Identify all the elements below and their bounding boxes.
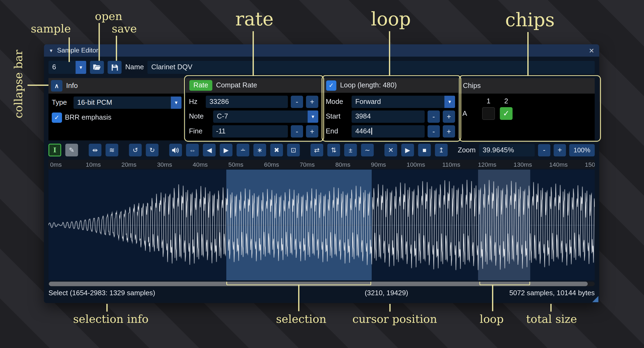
sample-editor-window: ▼ Sample Editor ✕ 6 ▼ xyxy=(44,44,599,303)
filter-button[interactable]: ∼ xyxy=(361,144,374,156)
note-value: C-7 xyxy=(213,110,308,123)
annotation-collapse-bar-label: collapse bar xyxy=(12,51,25,118)
fine-minus-button[interactable]: - xyxy=(291,125,303,138)
crossfade-button[interactable]: ✕ xyxy=(384,144,397,156)
annotation-open-label: open xyxy=(95,10,122,22)
delete-button[interactable]: ✖ xyxy=(270,144,283,156)
annotation-save-line xyxy=(116,36,117,61)
zoom-in-button[interactable]: + xyxy=(554,144,566,156)
loop-end-plus-button[interactable]: + xyxy=(443,125,455,138)
collapse-info-button[interactable]: ∧ xyxy=(51,80,62,91)
window-collapse-icon[interactable]: ▼ xyxy=(49,48,54,53)
annotation-selection-info-label: selection info xyxy=(73,313,149,325)
rate-title: Compat Rate xyxy=(216,81,257,89)
upload-button[interactable]: ↥ xyxy=(435,144,448,156)
sample-number-select[interactable]: 6 ▼ xyxy=(48,61,86,74)
annotation-selection-line xyxy=(298,284,299,311)
hz-input[interactable]: 33286 xyxy=(206,96,288,108)
timeline-label: 10ms xyxy=(86,161,101,168)
loop-enable-checkbox[interactable]: ✓ xyxy=(326,80,336,91)
edit-draw-icon: ✎ xyxy=(69,147,74,153)
plus-icon: + xyxy=(447,127,451,136)
zoom-out-button[interactable]: - xyxy=(538,144,551,156)
fade-in-button[interactable]: ◀ xyxy=(203,144,215,156)
stage: ▼ Sample Editor ✕ 6 ▼ xyxy=(0,0,644,348)
fade-out-button[interactable]: ▶ xyxy=(220,144,233,156)
amplify-button[interactable] xyxy=(169,144,182,156)
resize-grip-icon[interactable] xyxy=(592,296,599,302)
save-button[interactable] xyxy=(108,61,122,74)
edit-select-button[interactable]: I xyxy=(48,144,61,156)
trim-icon: ⊡ xyxy=(291,147,296,153)
note-label: Note xyxy=(189,113,210,121)
trim-button[interactable]: ⊡ xyxy=(287,144,300,156)
type-select[interactable]: 16-bit PCM ▼ xyxy=(74,97,182,109)
chevron-up-icon: ∧ xyxy=(54,82,59,89)
redo-icon: ↻ xyxy=(149,147,155,153)
type-label: Type xyxy=(52,99,71,107)
brr-emphasis-checkbox[interactable]: ✓ xyxy=(52,112,62,123)
zoom-reset-label: 100% xyxy=(574,146,590,154)
resample-button[interactable]: ≋ xyxy=(106,144,118,156)
annotation-chips-label: chips xyxy=(505,9,555,31)
zoom-label: Zoom xyxy=(458,146,476,154)
waveform-canvas[interactable] xyxy=(48,170,595,281)
sign-button[interactable]: ± xyxy=(344,144,357,156)
note-select[interactable]: C-7 ▼ xyxy=(213,110,318,123)
open-button[interactable] xyxy=(90,61,104,74)
resize-icon: ⇹ xyxy=(92,147,98,153)
loop-end-label: End xyxy=(326,127,349,135)
fine-input[interactable]: -11 xyxy=(212,125,288,138)
annotation-total-size-line xyxy=(550,304,551,312)
resize-button[interactable]: ⇹ xyxy=(89,144,102,156)
normalize-button[interactable]: ⇔ xyxy=(186,144,199,156)
waveform-area[interactable] xyxy=(48,170,595,281)
plus-icon: + xyxy=(310,97,314,106)
annotation-loop-marker-label: loop xyxy=(480,313,504,325)
dropdown-arrow-icon[interactable]: ▼ xyxy=(308,110,318,123)
edit-draw-button[interactable]: ✎ xyxy=(65,144,78,156)
stop-button[interactable]: ■ xyxy=(418,144,431,156)
hz-minus-button[interactable]: - xyxy=(291,96,303,108)
timeline-label: 70ms xyxy=(300,161,315,168)
loop-end-input[interactable]: 4464 xyxy=(352,125,425,138)
zoom-input[interactable]: 39.9645% xyxy=(479,144,535,156)
loop-start-minus-button[interactable]: - xyxy=(427,110,440,123)
preview-button[interactable]: ▶ xyxy=(401,144,414,156)
loop-mode-select[interactable]: Forward ▼ xyxy=(352,96,455,108)
resample-icon: ≋ xyxy=(109,147,115,153)
invert-button[interactable]: ⇅ xyxy=(327,144,340,156)
zoom-reset-button[interactable]: 100% xyxy=(569,144,595,156)
dropdown-arrow-icon[interactable]: ▼ xyxy=(444,96,455,108)
loop-start-plus-button[interactable]: + xyxy=(443,110,455,123)
close-icon[interactable]: ✕ xyxy=(589,47,594,54)
apply-silence-icon: ∗ xyxy=(257,147,262,153)
insert-silence-button[interactable]: ∸ xyxy=(237,144,249,156)
rate-panel: Rate Compat Rate Hz 33286 - + Note xyxy=(186,78,322,140)
annotation-sample-line xyxy=(68,37,70,62)
save-icon xyxy=(111,64,118,71)
annotation-loop-marker-line xyxy=(492,284,493,311)
preview-icon: ▶ xyxy=(405,147,410,153)
loop-end-minus-button[interactable]: - xyxy=(427,125,440,138)
loop-panel: ✓ Loop (length: 480) Mode Forward ▼ xyxy=(322,78,458,140)
reverse-button[interactable]: ⇄ xyxy=(310,144,323,156)
check-icon: ✓ xyxy=(54,114,60,121)
chip-1-checkbox[interactable]: ✓ xyxy=(482,107,495,120)
text-caret xyxy=(371,128,372,135)
redo-button[interactable]: ↻ xyxy=(146,144,159,156)
loop-start-input[interactable]: 3984 xyxy=(352,110,425,123)
fine-plus-button[interactable]: + xyxy=(306,125,318,138)
chip-2-checkbox[interactable]: ✓ xyxy=(500,107,512,120)
titlebar[interactable]: ▼ Sample Editor ✕ xyxy=(44,44,599,57)
dropdown-arrow-icon[interactable]: ▼ xyxy=(171,97,181,109)
timeline-ruler[interactable]: 0ms10ms20ms30ms40ms50ms60ms70ms80ms90ms1… xyxy=(48,160,595,169)
dropdown-arrow-icon[interactable]: ▼ xyxy=(76,61,86,74)
undo-button[interactable]: ↺ xyxy=(129,144,142,156)
apply-silence-button[interactable]: ∗ xyxy=(253,144,266,156)
window-title: Sample Editor xyxy=(57,47,585,54)
hz-plus-button[interactable]: + xyxy=(306,96,318,108)
fine-label: Fine xyxy=(189,127,210,135)
info-title: Info xyxy=(66,82,78,90)
hz-label: Hz xyxy=(189,98,203,106)
